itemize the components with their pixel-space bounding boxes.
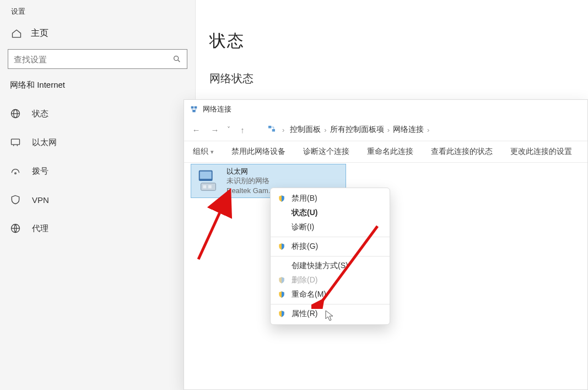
breadcrumb-item[interactable]: 控制面板 bbox=[290, 125, 321, 135]
sidebar-item-ethernet[interactable]: 以太网 bbox=[0, 128, 195, 157]
svg-rect-13 bbox=[192, 110, 195, 112]
search-input-wrapper[interactable] bbox=[8, 49, 187, 69]
svg-rect-23 bbox=[208, 185, 212, 189]
shield-icon bbox=[277, 242, 286, 251]
adapter-status: 未识别的网络 bbox=[226, 176, 274, 186]
home-link[interactable]: 主页 bbox=[0, 17, 195, 49]
sidebar-item-status[interactable]: 状态 bbox=[0, 99, 195, 128]
adapter-driver: Realtek Gam... bbox=[226, 186, 274, 196]
sidebar-list: 状态 以太网 拨号 VPN 代理 bbox=[0, 99, 195, 243]
toolbar-changeset[interactable]: 更改此连接的设置 bbox=[510, 147, 572, 157]
sidebar-item-vpn[interactable]: VPN bbox=[0, 185, 195, 214]
toolbar-disable[interactable]: 禁用此网络设备 bbox=[231, 147, 285, 157]
svg-rect-11 bbox=[191, 106, 194, 109]
search-icon bbox=[172, 55, 181, 63]
ctx-separator bbox=[271, 256, 390, 257]
ctx-bridge[interactable]: 桥接(G) bbox=[271, 239, 390, 254]
sidebar-item-label: 代理 bbox=[32, 223, 48, 234]
sidebar-item-proxy[interactable]: 代理 bbox=[0, 214, 195, 243]
shield-icon bbox=[277, 276, 286, 285]
ctx-separator bbox=[271, 304, 390, 304]
ctx-label: 诊断(I) bbox=[292, 222, 314, 232]
ctx-label: 创建快捷方式(S) bbox=[292, 261, 348, 271]
network-folder-icon bbox=[190, 105, 198, 114]
toolbar-diagnose[interactable]: 诊断这个连接 bbox=[303, 147, 349, 157]
search-input[interactable] bbox=[14, 55, 172, 64]
adapter-name: 以太网 bbox=[226, 167, 274, 177]
nav-folder-icon bbox=[267, 124, 277, 136]
breadcrumb-sep: › bbox=[324, 126, 326, 134]
explorer-titlebar: 网络连接 bbox=[184, 100, 587, 119]
shield-icon bbox=[277, 309, 286, 318]
settings-sidebar: 设置 主页 网络和 Internet 状态 以太网 拨号 bbox=[0, 0, 196, 390]
settings-main: 状态 网络状态 bbox=[209, 30, 253, 86]
shield-icon bbox=[277, 290, 286, 299]
svg-rect-17 bbox=[268, 126, 271, 129]
nav-up-button[interactable]: ↑ bbox=[236, 125, 249, 135]
ethernet-icon bbox=[10, 137, 21, 148]
nav-forward-button[interactable]: → bbox=[208, 125, 222, 135]
settings-header: 设置 bbox=[0, 0, 195, 17]
adapter-icon bbox=[196, 168, 221, 194]
sidebar-item-label: 状态 bbox=[32, 109, 48, 119]
svg-point-0 bbox=[174, 56, 179, 61]
ctx-label: 属性(R) bbox=[292, 309, 317, 319]
proxy-icon bbox=[10, 223, 21, 234]
ctx-disable[interactable]: 禁用(B) bbox=[271, 191, 390, 206]
svg-rect-5 bbox=[12, 139, 20, 145]
ctx-label: 状态(U) bbox=[292, 208, 317, 218]
ctx-diagnose[interactable]: 诊断(I) bbox=[271, 220, 390, 234]
shield-spacer bbox=[277, 209, 286, 217]
ctx-label: 删除(D) bbox=[292, 275, 317, 285]
explorer-toolbar: 组织▾ 禁用此网络设备 诊断这个连接 重命名此连接 查看此连接的状态 更改此连接… bbox=[184, 141, 587, 163]
breadcrumb-sep: › bbox=[387, 126, 390, 134]
sidebar-item-dialup[interactable]: 拨号 bbox=[0, 157, 195, 185]
context-menu: 禁用(B) 状态(U) 诊断(I) 桥接(G) 创建快捷方式(S) 删除(D) … bbox=[270, 188, 390, 325]
ctx-label: 桥接(G) bbox=[292, 242, 318, 252]
nav-row: ← → ˅ ↑ › 控制面板 › 所有控制面板项 › 网络连接 › bbox=[184, 119, 587, 141]
ctx-status[interactable]: 状态(U) bbox=[271, 206, 390, 220]
toolbar-rename[interactable]: 重命名此连接 bbox=[367, 147, 413, 157]
ctx-label: 禁用(B) bbox=[292, 194, 317, 204]
shield-spacer bbox=[277, 261, 286, 270]
status-icon bbox=[10, 108, 21, 119]
explorer-title-text: 网络连接 bbox=[203, 104, 231, 114]
sidebar-item-label: 以太网 bbox=[32, 137, 57, 148]
home-icon bbox=[11, 28, 22, 39]
sidebar-item-label: VPN bbox=[32, 195, 49, 205]
page-title: 状态 bbox=[209, 30, 253, 52]
ctx-delete: 删除(D) bbox=[271, 273, 390, 287]
breadcrumb-sep: › bbox=[282, 126, 284, 134]
breadcrumb-item[interactable]: 所有控制面板项 bbox=[330, 125, 384, 135]
breadcrumb-item[interactable]: 网络连接 bbox=[393, 125, 424, 135]
toolbar-organize[interactable]: 组织▾ bbox=[193, 147, 214, 157]
section-title: 网络状态 bbox=[209, 71, 253, 86]
ctx-shortcut[interactable]: 创建快捷方式(S) bbox=[271, 259, 390, 273]
ctx-separator bbox=[271, 237, 390, 237]
ctx-label: 重命名(M) bbox=[292, 290, 326, 300]
svg-line-1 bbox=[178, 60, 180, 62]
svg-point-8 bbox=[15, 173, 17, 174]
shield-icon bbox=[277, 194, 286, 203]
svg-rect-20 bbox=[200, 172, 212, 179]
category-label: 网络和 Internet bbox=[0, 80, 195, 99]
ctx-properties[interactable]: 属性(R) bbox=[271, 307, 390, 321]
nav-history-dropdown[interactable]: ˅ bbox=[227, 126, 230, 133]
svg-rect-12 bbox=[195, 106, 197, 109]
toolbar-viewstatus[interactable]: 查看此连接的状态 bbox=[431, 147, 493, 157]
home-label: 主页 bbox=[31, 28, 48, 39]
breadcrumb-sep: › bbox=[427, 126, 429, 134]
ctx-rename[interactable]: 重命名(M) bbox=[271, 287, 390, 302]
breadcrumb: 控制面板 › 所有控制面板项 › 网络连接 › bbox=[290, 125, 429, 135]
shield-spacer bbox=[277, 223, 286, 232]
svg-rect-18 bbox=[272, 129, 275, 132]
svg-rect-22 bbox=[203, 185, 206, 189]
adapter-text: 以太网 未识别的网络 Realtek Gam... bbox=[226, 167, 274, 196]
vpn-icon bbox=[10, 194, 21, 205]
dialup-icon bbox=[10, 165, 21, 177]
nav-back-button[interactable]: ← bbox=[190, 125, 203, 135]
sidebar-item-label: 拨号 bbox=[32, 166, 48, 177]
